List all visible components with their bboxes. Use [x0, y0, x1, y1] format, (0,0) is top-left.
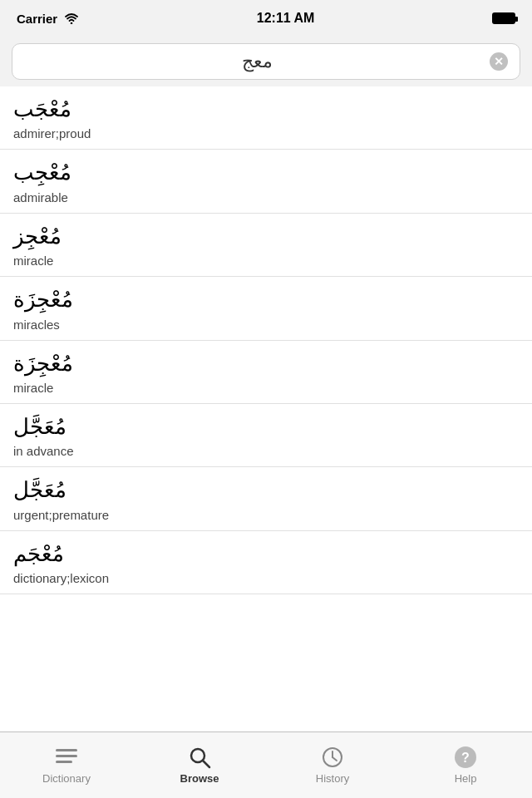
- battery-icon: [492, 12, 515, 24]
- dictionary-icon: [53, 746, 80, 769]
- arabic-word: مُعْجِب: [13, 158, 519, 188]
- tab-history[interactable]: History: [266, 732, 399, 798]
- help-icon: ?: [454, 746, 477, 769]
- svg-rect-3: [56, 761, 72, 763]
- word-list: مُعْجَبadmirer;proudمُعْجِبadmirableمُعْ…: [0, 86, 532, 732]
- english-definition: miracles: [13, 318, 519, 332]
- list-item[interactable]: مُعْجِبadmirable: [0, 150, 532, 213]
- arabic-word: مُعْجَب: [13, 95, 519, 125]
- english-definition: admirer;proud: [13, 126, 519, 140]
- svg-line-5: [204, 761, 210, 768]
- list-item[interactable]: مُعْجِزَةmiracle: [0, 341, 532, 404]
- search-input[interactable]: [24, 51, 490, 72]
- time-label: 12:11 AM: [257, 11, 315, 26]
- svg-rect-2: [56, 755, 77, 757]
- svg-rect-1: [56, 749, 77, 751]
- search-bar: ✕: [12, 43, 520, 80]
- list-item[interactable]: مُعَجَّلurgent;premature: [0, 467, 532, 530]
- list-item[interactable]: مُعْجَمdictionary;lexicon: [0, 531, 532, 594]
- english-definition: miracle: [13, 254, 519, 268]
- arabic-word: مُعَجَّل: [13, 412, 519, 442]
- arabic-word: مُعْجَم: [13, 539, 519, 569]
- list-item[interactable]: مُعْجِزmiracle: [0, 214, 532, 277]
- tab-bar: Dictionary Browse History ? Help: [0, 732, 532, 798]
- svg-point-4: [191, 749, 204, 762]
- arabic-word: مُعْجِز: [13, 222, 519, 252]
- tab-dictionary[interactable]: Dictionary: [0, 732, 133, 798]
- arabic-word: مُعَجَّل: [13, 475, 519, 505]
- tab-browse-label: Browse: [180, 772, 219, 785]
- clear-button[interactable]: ✕: [490, 52, 508, 71]
- tab-help-label: Help: [455, 772, 477, 785]
- english-definition: dictionary;lexicon: [13, 571, 519, 585]
- tab-help[interactable]: ? Help: [399, 732, 532, 798]
- status-bar: Carrier 12:11 AM: [0, 0, 532, 37]
- tab-history-label: History: [316, 772, 349, 785]
- list-item[interactable]: مُعْجِزَةmiracles: [0, 277, 532, 340]
- wifi-icon: [64, 12, 79, 24]
- browse-icon: [188, 746, 211, 769]
- arabic-word: مُعْجِزَة: [13, 349, 519, 379]
- svg-line-8: [332, 757, 337, 761]
- tab-browse[interactable]: Browse: [133, 732, 266, 798]
- english-definition: miracle: [13, 381, 519, 395]
- carrier-label: Carrier: [17, 12, 57, 26]
- svg-text:?: ?: [461, 751, 470, 765]
- arabic-word: مُعْجِزَة: [13, 285, 519, 315]
- tab-dictionary-label: Dictionary: [42, 772, 91, 785]
- english-definition: urgent;premature: [13, 508, 519, 522]
- english-definition: in advance: [13, 444, 519, 458]
- list-item[interactable]: مُعْجَبadmirer;proud: [0, 86, 532, 150]
- history-icon: [321, 746, 344, 769]
- svg-point-0: [71, 22, 73, 24]
- list-item[interactable]: مُعَجَّلin advance: [0, 404, 532, 467]
- english-definition: admirable: [13, 190, 519, 204]
